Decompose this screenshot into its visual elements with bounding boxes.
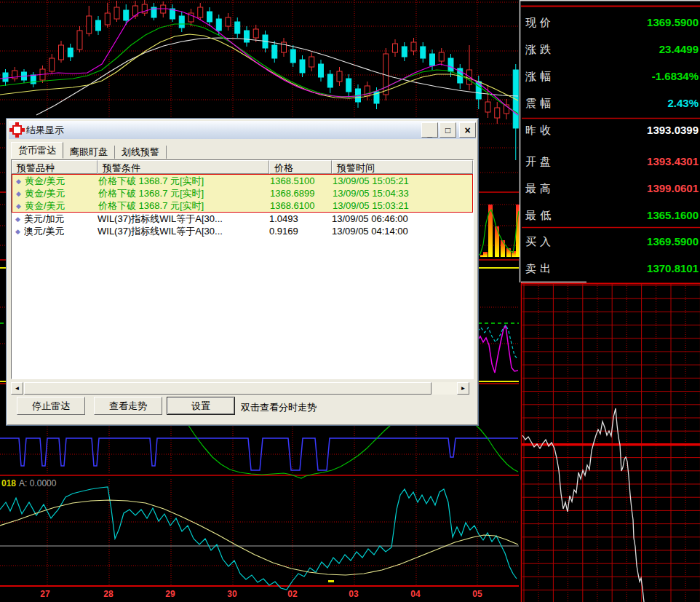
quote-row: 最高1399.0601	[522, 182, 700, 196]
alert-time: 13/09/05 04:14:00	[332, 226, 473, 237]
alert-row[interactable]: ◆黄金/美元价格下破 1368.7 元[实时]1368.610013/09/05…	[12, 199, 472, 212]
quote-row: 买入1369.5900	[522, 235, 700, 249]
diamond-icon: ◆	[12, 190, 25, 197]
diamond-icon: ◆	[12, 215, 24, 223]
alarm-icon	[12, 125, 22, 135]
alert-condition: 价格下破 1368.7 元[实时]	[98, 199, 270, 213]
diamond-icon: ◆	[12, 228, 24, 235]
trading-app: 2728293002030405 018A: 0.0000 现价1369.590…	[0, 0, 700, 602]
quote-value: -1.6834%	[652, 70, 699, 82]
view-trend-button[interactable]: 查看走势	[94, 397, 162, 415]
quote-label: 昨收	[525, 124, 554, 138]
quote-panel: 现价1369.5900涨跌23.4499涨幅-1.6834%震幅2.43%昨收1…	[522, 0, 700, 284]
alert-table: 预警品种预警条件价格预警时间 ◆黄金/美元价格下破 1368.7 元[实时]13…	[11, 159, 474, 379]
window-titlebar[interactable]: 结果显示 _ □ ×	[9, 121, 476, 139]
quote-value: 1399.0601	[647, 182, 699, 194]
table-body: ◆黄金/美元价格下破 1368.7 元[实时]1368.510013/09/05…	[12, 174, 473, 237]
quote-label: 现价	[525, 16, 554, 30]
alert-price: 1.0493	[269, 213, 332, 224]
alert-price: 1368.5100	[270, 175, 333, 186]
alert-time: 13/09/05 06:46:00	[332, 213, 473, 224]
quote-label: 最高	[525, 182, 554, 196]
alert-time: 13/09/05 15:03:21	[333, 200, 472, 211]
indicator-value-prefix: 018	[1, 478, 16, 488]
tab-eagle-eye-watch[interactable]: 鹰眼盯盘	[63, 146, 115, 159]
scrollbar-track[interactable]	[23, 382, 457, 395]
column-header[interactable]: 价格	[269, 160, 332, 174]
quote-label: 震幅	[525, 97, 554, 111]
indicator-label: 018A: 0.0000	[1, 478, 56, 488]
scroll-right-arrow-icon[interactable]: ►	[457, 382, 469, 395]
quote-row: 卖出1370.8101	[522, 262, 700, 276]
alert-condition: WIL(37)指标线WIL等于A[30...	[98, 213, 269, 226]
scrollbar-thumb[interactable]	[24, 382, 431, 395]
quote-label: 卖出	[525, 262, 554, 276]
x-axis-label: 28	[98, 589, 119, 599]
alert-row[interactable]: ◆澳元/美元WIL(37)指标线WIL等于A[30...0.916913/09/…	[12, 225, 473, 237]
minimize-button[interactable]: _	[421, 122, 438, 138]
quote-row: 涨幅-1.6834%	[522, 70, 700, 84]
x-axis-label: 29	[160, 589, 180, 599]
diamond-icon: ◆	[12, 202, 25, 210]
close-button[interactable]: ×	[459, 122, 476, 138]
x-axis-label: 03	[343, 589, 364, 599]
alert-symbol: 黄金/美元	[25, 199, 98, 213]
quote-row: 现价1369.5900	[522, 16, 700, 30]
quote-label: 买入	[525, 235, 554, 249]
column-header[interactable]: 预警条件	[98, 160, 269, 174]
quote-value: 1369.5900	[647, 16, 699, 28]
horizontal-scrollbar[interactable]: ◄ ►	[11, 382, 469, 395]
results-window: 结果显示 _ □ × 货币雷达鹰眼盯盘划线预警 预警品种预警条件价格预警时间 ◆…	[6, 118, 479, 426]
alert-price: 0.9169	[269, 226, 332, 237]
alert-time: 13/09/05 15:04:33	[333, 188, 472, 199]
column-header[interactable]: 预警品种	[12, 160, 98, 174]
table-header: 预警品种预警条件价格预警时间	[12, 160, 473, 174]
alert-row[interactable]: ◆黄金/美元价格下破 1368.7 元[实时]1368.510013/09/05…	[12, 175, 472, 187]
settings-button[interactable]: 设置	[167, 397, 235, 415]
alert-price: 1368.6899	[270, 188, 333, 199]
quote-row: 最低1365.1600	[522, 209, 700, 223]
tab-currency-radar[interactable]: 货币雷达	[11, 142, 63, 159]
x-axis-label: 02	[282, 589, 303, 599]
indicator-value-text: A: 0.0000	[19, 478, 56, 488]
quote-value: 1365.1600	[647, 209, 699, 221]
column-header[interactable]: 预警时间	[332, 160, 473, 174]
quote-row: 震幅2.43%	[522, 97, 700, 111]
alert-condition: WIL(37)指标线WIL等于A[30...	[98, 225, 269, 238]
alert-symbol: 黄金/美元	[25, 175, 98, 188]
alert-condition: 价格下破 1368.7 元[实时]	[98, 187, 270, 200]
quote-row: 昨收1393.0399	[522, 124, 700, 138]
quote-row: 涨跌23.4499	[522, 43, 700, 57]
quote-label: 开盘	[525, 155, 554, 169]
alert-symbol: 黄金/美元	[25, 187, 98, 200]
quote-value: 1370.8101	[647, 262, 699, 274]
x-axis-label: 30	[222, 589, 242, 599]
scroll-left-arrow-icon[interactable]: ◄	[11, 382, 23, 395]
diamond-icon: ◆	[12, 178, 25, 185]
maximize-button[interactable]: □	[440, 122, 456, 138]
x-axis-label: 27	[35, 589, 55, 599]
quote-label: 涨跌	[525, 43, 554, 57]
quote-value: 2.43%	[667, 97, 699, 109]
x-axis-label: 04	[405, 589, 426, 599]
tab-strip: 货币雷达鹰眼盯盘划线预警	[11, 142, 474, 158]
status-hint: 双击查看分时走势	[241, 401, 317, 414]
alert-symbol: 澳元/美元	[24, 225, 98, 238]
stop-radar-button[interactable]: 停止雷达	[17, 397, 85, 415]
alert-symbol: 美元/加元	[24, 213, 98, 226]
alert-condition: 价格下破 1368.7 元[实时]	[98, 175, 270, 188]
quote-row: 开盘1393.4301	[522, 155, 700, 169]
quote-value: 23.4499	[659, 43, 699, 55]
window-title: 结果显示	[26, 124, 420, 137]
alert-row[interactable]: ◆美元/加元WIL(37)指标线WIL等于A[30...1.049313/09/…	[12, 213, 473, 225]
alert-price: 1368.6100	[270, 200, 333, 211]
quote-value: 1369.5900	[647, 235, 699, 247]
tab-line-alert[interactable]: 划线预警	[115, 146, 167, 159]
quote-value: 1393.4301	[647, 155, 699, 167]
highlighted-alerts: ◆黄金/美元价格下破 1368.7 元[实时]1368.510013/09/05…	[12, 174, 473, 213]
alert-row[interactable]: ◆黄金/美元价格下破 1368.7 元[实时]1368.689913/09/05…	[12, 187, 472, 199]
alert-time: 13/09/05 15:05:21	[333, 175, 472, 186]
quote-value: 1393.0399	[647, 124, 699, 136]
x-axis-label: 05	[467, 589, 488, 599]
quote-label: 最低	[525, 209, 554, 223]
